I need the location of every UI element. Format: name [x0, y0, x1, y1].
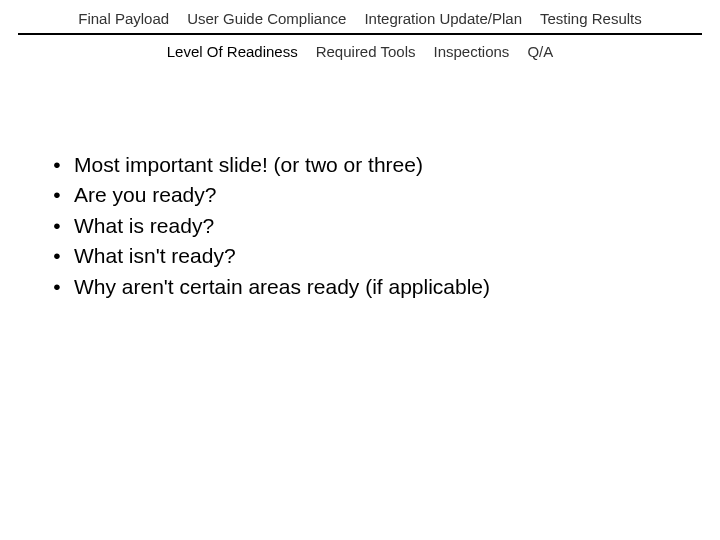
tab-level-of-readiness[interactable]: Level Of Readiness — [167, 43, 298, 60]
bullet-icon: • — [40, 241, 74, 271]
tab-inspections[interactable]: Inspections — [433, 43, 509, 60]
list-item: • Are you ready? — [40, 180, 680, 210]
list-item: • Most important slide! (or two or three… — [40, 150, 680, 180]
tab-qa[interactable]: Q/A — [527, 43, 553, 60]
tabs-divider — [18, 33, 702, 35]
bullet-icon: • — [40, 211, 74, 241]
tab-user-guide-compliance[interactable]: User Guide Compliance — [187, 10, 346, 27]
bullet-icon: • — [40, 150, 74, 180]
list-item: • Why aren't certain areas ready (if app… — [40, 272, 680, 302]
bullet-text: Most important slide! (or two or three) — [74, 150, 680, 180]
tabs-primary: Final Payload User Guide Compliance Inte… — [0, 0, 720, 33]
tabs-secondary: Level Of Readiness Required Tools Inspec… — [0, 37, 720, 60]
tab-required-tools[interactable]: Required Tools — [316, 43, 416, 60]
tab-final-payload[interactable]: Final Payload — [78, 10, 169, 27]
bullet-text: What is ready? — [74, 211, 680, 241]
bullet-text: What isn't ready? — [74, 241, 680, 271]
bullet-icon: • — [40, 180, 74, 210]
bullet-icon: • — [40, 272, 74, 302]
list-item: • What isn't ready? — [40, 241, 680, 271]
tab-testing-results[interactable]: Testing Results — [540, 10, 642, 27]
tab-integration-update-plan[interactable]: Integration Update/Plan — [364, 10, 522, 27]
bullet-list: • Most important slide! (or two or three… — [40, 150, 680, 302]
bullet-text: Why aren't certain areas ready (if appli… — [74, 272, 680, 302]
slide-content: • Most important slide! (or two or three… — [0, 60, 720, 302]
list-item: • What is ready? — [40, 211, 680, 241]
bullet-text: Are you ready? — [74, 180, 680, 210]
